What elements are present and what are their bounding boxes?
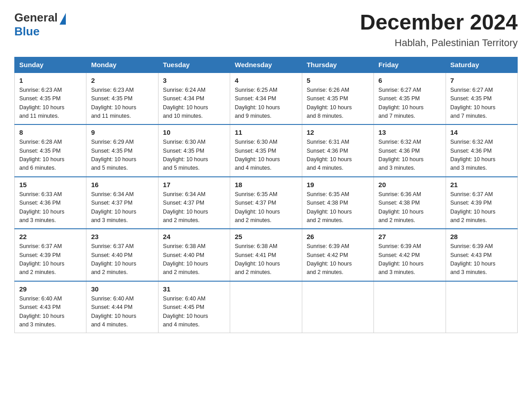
logo: General Blue <box>14 11 66 39</box>
day-number: 23 <box>91 233 153 240</box>
day-number: 1 <box>19 77 82 84</box>
day-number: 30 <box>91 285 153 293</box>
calendar-cell: 26 Sunrise: 6:39 AMSunset: 4:42 PMDaylig… <box>302 229 373 281</box>
calendar-cell: 13 Sunrise: 6:32 AMSunset: 4:36 PMDaylig… <box>374 124 446 177</box>
day-number: 19 <box>307 181 369 188</box>
day-number: 18 <box>235 181 297 188</box>
day-number: 2 <box>91 77 153 84</box>
day-number: 29 <box>19 285 82 293</box>
calendar-cell: 29 Sunrise: 6:40 AMSunset: 4:43 PMDaylig… <box>15 281 86 333</box>
calendar-cell <box>302 281 373 333</box>
day-info: Sunrise: 6:32 AMSunset: 4:36 PMDaylight:… <box>450 139 496 171</box>
calendar-cell: 21 Sunrise: 6:37 AMSunset: 4:39 PMDaylig… <box>446 177 517 229</box>
day-number: 10 <box>163 128 225 136</box>
day-info: Sunrise: 6:25 AMSunset: 4:34 PMDaylight:… <box>235 87 280 119</box>
calendar-cell: 19 Sunrise: 6:35 AMSunset: 4:38 PMDaylig… <box>302 177 373 229</box>
calendar-cell: 30 Sunrise: 6:40 AMSunset: 4:44 PMDaylig… <box>86 281 158 333</box>
day-number: 28 <box>450 233 513 240</box>
weekday-header-thursday: Thursday <box>302 57 373 73</box>
day-number: 8 <box>19 128 82 136</box>
calendar-cell: 8 Sunrise: 6:28 AMSunset: 4:35 PMDayligh… <box>15 124 86 177</box>
calendar-cell: 4 Sunrise: 6:25 AMSunset: 4:34 PMDayligh… <box>230 73 302 125</box>
calendar-cell: 9 Sunrise: 6:29 AMSunset: 4:35 PMDayligh… <box>86 124 158 177</box>
day-number: 12 <box>307 128 369 136</box>
location-title: Hablah, Palestinian Territory <box>360 37 518 49</box>
title-area: December 2024 Hablah, Palestinian Territ… <box>360 11 518 49</box>
day-number: 21 <box>450 181 513 188</box>
weekday-header-wednesday: Wednesday <box>230 57 302 73</box>
weekday-header-tuesday: Tuesday <box>158 57 230 73</box>
calendar-cell: 20 Sunrise: 6:36 AMSunset: 4:38 PMDaylig… <box>374 177 446 229</box>
day-number: 27 <box>378 233 441 240</box>
calendar-cell: 15 Sunrise: 6:33 AMSunset: 4:36 PMDaylig… <box>15 177 86 229</box>
calendar-cell: 28 Sunrise: 6:39 AMSunset: 4:43 PMDaylig… <box>446 229 517 281</box>
day-number: 25 <box>235 233 297 240</box>
calendar-cell: 25 Sunrise: 6:38 AMSunset: 4:41 PMDaylig… <box>230 229 302 281</box>
day-info: Sunrise: 6:35 AMSunset: 4:37 PMDaylight:… <box>235 191 280 223</box>
day-info: Sunrise: 6:32 AMSunset: 4:36 PMDaylight:… <box>378 139 424 171</box>
day-info: Sunrise: 6:38 AMSunset: 4:41 PMDaylight:… <box>235 243 280 275</box>
day-number: 11 <box>235 128 297 136</box>
day-info: Sunrise: 6:38 AMSunset: 4:40 PMDaylight:… <box>163 243 208 275</box>
day-info: Sunrise: 6:37 AMSunset: 4:39 PMDaylight:… <box>19 243 64 275</box>
weekday-header-monday: Monday <box>86 57 158 73</box>
day-info: Sunrise: 6:40 AMSunset: 4:43 PMDaylight:… <box>19 295 64 328</box>
day-number: 15 <box>19 181 82 188</box>
day-number: 9 <box>91 128 153 136</box>
week-row-2: 8 Sunrise: 6:28 AMSunset: 4:35 PMDayligh… <box>15 124 518 177</box>
logo-general-text: General <box>14 11 58 25</box>
logo-triangle-icon <box>60 13 66 25</box>
weekday-header-friday: Friday <box>374 57 446 73</box>
calendar-cell: 10 Sunrise: 6:30 AMSunset: 4:35 PMDaylig… <box>158 124 230 177</box>
calendar-cell: 1 Sunrise: 6:23 AMSunset: 4:35 PMDayligh… <box>15 73 86 125</box>
calendar-cell: 27 Sunrise: 6:39 AMSunset: 4:42 PMDaylig… <box>374 229 446 281</box>
calendar-cell <box>230 281 302 333</box>
weekday-header-row: SundayMondayTuesdayWednesdayThursdayFrid… <box>15 57 518 73</box>
day-info: Sunrise: 6:30 AMSunset: 4:35 PMDaylight:… <box>235 139 280 171</box>
day-info: Sunrise: 6:24 AMSunset: 4:34 PMDaylight:… <box>163 87 208 119</box>
day-info: Sunrise: 6:29 AMSunset: 4:35 PMDaylight:… <box>91 139 136 171</box>
day-info: Sunrise: 6:27 AMSunset: 4:35 PMDaylight:… <box>378 87 424 119</box>
day-number: 3 <box>163 77 225 84</box>
weekday-header-sunday: Sunday <box>15 57 86 73</box>
calendar-cell: 31 Sunrise: 6:40 AMSunset: 4:45 PMDaylig… <box>158 281 230 333</box>
calendar-cell: 18 Sunrise: 6:35 AMSunset: 4:37 PMDaylig… <box>230 177 302 229</box>
calendar-table: SundayMondayTuesdayWednesdayThursdayFrid… <box>14 57 518 334</box>
week-row-4: 22 Sunrise: 6:37 AMSunset: 4:39 PMDaylig… <box>15 229 518 281</box>
day-number: 26 <box>307 233 369 240</box>
day-number: 13 <box>378 128 441 136</box>
calendar-cell: 12 Sunrise: 6:31 AMSunset: 4:36 PMDaylig… <box>302 124 373 177</box>
month-title: December 2024 <box>360 11 518 34</box>
day-info: Sunrise: 6:28 AMSunset: 4:35 PMDaylight:… <box>19 139 64 171</box>
day-info: Sunrise: 6:34 AMSunset: 4:37 PMDaylight:… <box>91 191 136 223</box>
day-info: Sunrise: 6:34 AMSunset: 4:37 PMDaylight:… <box>163 191 208 223</box>
day-info: Sunrise: 6:30 AMSunset: 4:35 PMDaylight:… <box>163 139 208 171</box>
calendar-cell: 7 Sunrise: 6:27 AMSunset: 4:35 PMDayligh… <box>446 73 517 125</box>
day-info: Sunrise: 6:31 AMSunset: 4:36 PMDaylight:… <box>307 139 352 171</box>
day-number: 6 <box>378 77 441 84</box>
calendar-cell: 22 Sunrise: 6:37 AMSunset: 4:39 PMDaylig… <box>15 229 86 281</box>
calendar-cell: 24 Sunrise: 6:38 AMSunset: 4:40 PMDaylig… <box>158 229 230 281</box>
week-row-1: 1 Sunrise: 6:23 AMSunset: 4:35 PMDayligh… <box>15 73 518 125</box>
day-info: Sunrise: 6:39 AMSunset: 4:42 PMDaylight:… <box>307 243 352 275</box>
header: General Blue December 2024 Hablah, Pales… <box>14 11 518 49</box>
day-number: 22 <box>19 233 82 240</box>
calendar-cell: 3 Sunrise: 6:24 AMSunset: 4:34 PMDayligh… <box>158 73 230 125</box>
day-info: Sunrise: 6:27 AMSunset: 4:35 PMDaylight:… <box>450 87 496 119</box>
day-number: 14 <box>450 128 513 136</box>
calendar-cell: 2 Sunrise: 6:23 AMSunset: 4:35 PMDayligh… <box>86 73 158 125</box>
calendar-cell: 6 Sunrise: 6:27 AMSunset: 4:35 PMDayligh… <box>374 73 446 125</box>
day-info: Sunrise: 6:37 AMSunset: 4:40 PMDaylight:… <box>91 243 136 275</box>
calendar-cell: 23 Sunrise: 6:37 AMSunset: 4:40 PMDaylig… <box>86 229 158 281</box>
day-info: Sunrise: 6:23 AMSunset: 4:35 PMDaylight:… <box>19 87 64 119</box>
day-number: 31 <box>163 285 225 293</box>
calendar-cell: 17 Sunrise: 6:34 AMSunset: 4:37 PMDaylig… <box>158 177 230 229</box>
day-number: 4 <box>235 77 297 84</box>
day-info: Sunrise: 6:39 AMSunset: 4:43 PMDaylight:… <box>450 243 496 275</box>
weekday-header-saturday: Saturday <box>446 57 517 73</box>
day-number: 24 <box>163 233 225 240</box>
day-info: Sunrise: 6:40 AMSunset: 4:45 PMDaylight:… <box>163 295 208 328</box>
calendar-cell: 16 Sunrise: 6:34 AMSunset: 4:37 PMDaylig… <box>86 177 158 229</box>
week-row-3: 15 Sunrise: 6:33 AMSunset: 4:36 PMDaylig… <box>15 177 518 229</box>
day-info: Sunrise: 6:37 AMSunset: 4:39 PMDaylight:… <box>450 191 496 223</box>
